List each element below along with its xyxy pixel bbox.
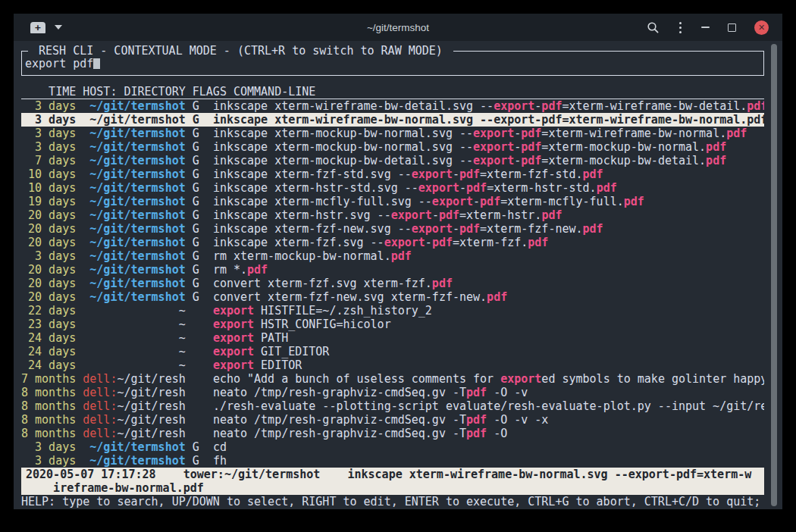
search-icon[interactable] (647, 21, 660, 34)
history-row[interactable]: 3 days ~/git/termshot G rm xterm-mockup-… (21, 249, 764, 263)
history-row[interactable]: 24 days ~ export EDITOR (21, 358, 764, 372)
history-row[interactable]: 3 days ~/git/termshot G fh (21, 454, 764, 468)
history-row[interactable]: 3 days ~/git/termshot G cd (21, 440, 764, 454)
history-row[interactable]: 19 days ~/git/termshot G inkscape xterm-… (21, 195, 764, 208)
history-table-header: TIME HOST: DIRECTORY FLAGS COMMAND-LINE (21, 85, 764, 99)
search-input[interactable]: export pdf (22, 57, 100, 70)
history-row[interactable]: 20 days ~/git/termshot G inkscape xterm-… (21, 222, 764, 236)
search-query-text: export pdf (25, 57, 93, 70)
minimize-icon[interactable] (701, 27, 710, 28)
history-row[interactable]: 3 days ~/git/termshot G inkscape xterm-w… (21, 99, 764, 113)
history-row[interactable]: 20 days ~/git/termshot G inkscape xterm-… (21, 208, 764, 222)
history-row[interactable]: 8 months dell:~/git/resh ./resh-evaluate… (21, 399, 764, 413)
tab-list-chevron-icon[interactable] (55, 25, 62, 30)
history-row[interactable]: 7 days ~/git/termshot G inkscape xterm-m… (21, 154, 764, 167)
history-row[interactable]: 24 days ~ export PATH (21, 331, 764, 345)
new-tab-button[interactable]: + (30, 22, 45, 33)
close-icon[interactable]: ✕ (754, 20, 769, 35)
history-row[interactable]: 22 days ~ export HISTFILE=~/.zsh_history… (21, 304, 764, 318)
terminal-window: + ~/git/termshot ✕ RESH CLI - CONTEXTUAL… (14, 14, 782, 509)
history-row[interactable]: 3 days ~/git/termshot G inkscape xterm-m… (21, 127, 764, 140)
titlebar-right: ✕ (647, 20, 782, 35)
help-line: HELP: type to search, UP/DOWN to select,… (21, 495, 764, 509)
selected-entry-status-bar: 2020-05-07 17:17:28 tower:~/git/termshot… (21, 468, 764, 495)
history-row[interactable]: 8 months dell:~/git/resh neato /tmp/resh… (21, 427, 764, 440)
titlebar: + ~/git/termshot ✕ (14, 14, 782, 41)
titlebar-left: + (14, 22, 62, 33)
history-row[interactable]: 10 days ~/git/termshot G inkscape xterm-… (21, 167, 764, 181)
history-row[interactable]: 8 months dell:~/git/resh neato /tmp/resh… (21, 413, 764, 427)
history-row[interactable]: 23 days ~ export HSTR_CONFIG=hicolor (21, 318, 764, 331)
terminal-content: RESH CLI - CONTEXTUAL MODE - (CTRL+R to … (14, 51, 782, 519)
scrollbar[interactable] (771, 44, 777, 506)
restore-icon[interactable] (728, 23, 736, 32)
history-row-selected[interactable]: 3 days ~/git/termshot G inkscape xterm-w… (21, 113, 764, 127)
history-row[interactable]: 7 months dell:~/git/resh echo "Add a bun… (21, 372, 764, 386)
resh-mode-title: RESH CLI - CONTEXTUAL MODE - (CTRL+R to … (28, 44, 453, 58)
history-row[interactable]: 3 days ~/git/termshot G inkscape xterm-m… (21, 140, 764, 154)
status-line-2: ireframe-bw-normal.pdf (26, 481, 204, 495)
status-line-1: 2020-05-07 17:17:28 tower:~/git/termshot… (26, 468, 751, 481)
history-row[interactable]: 20 days ~/git/termshot G convert xterm-f… (21, 290, 764, 304)
resh-search-box: RESH CLI - CONTEXTUAL MODE - (CTRL+R to … (21, 51, 764, 76)
menu-kebab-icon[interactable] (678, 20, 683, 35)
history-row[interactable]: 20 days ~/git/termshot G inkscape xterm-… (21, 236, 764, 249)
history-list: 3 days ~/git/termshot G inkscape xterm-w… (21, 99, 764, 468)
history-row[interactable]: 8 months dell:~/git/resh neato /tmp/resh… (21, 386, 764, 399)
history-row[interactable]: 24 days ~ export GIT_EDITOR (21, 345, 764, 358)
history-row[interactable]: 20 days ~/git/termshot G convert xterm-f… (21, 277, 764, 290)
history-row[interactable]: 20 days ~/git/termshot G rm *.pdf (21, 263, 764, 277)
history-row[interactable]: 10 days ~/git/termshot G inkscape xterm-… (21, 181, 764, 195)
